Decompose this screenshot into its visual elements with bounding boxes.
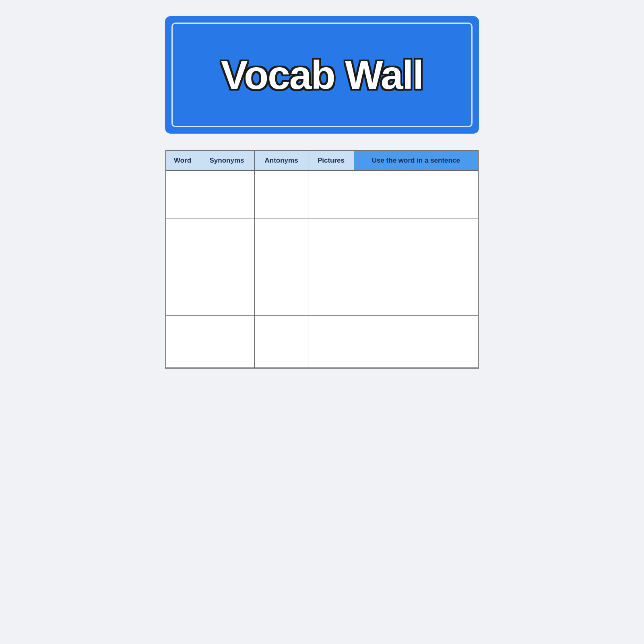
- table-row: [166, 267, 478, 316]
- cell-antonyms-4[interactable]: [254, 316, 308, 368]
- cell-pictures-2[interactable]: [308, 219, 354, 267]
- cell-antonyms-3[interactable]: [254, 267, 308, 316]
- vocab-wall-banner: Vocab Wall: [165, 16, 479, 134]
- vocab-table-container: Word Synonyms Antonyms Pictures Use the …: [165, 150, 479, 369]
- col-header-word: Word: [166, 151, 199, 171]
- cell-word-2[interactable]: [166, 219, 199, 267]
- table-header-row: Word Synonyms Antonyms Pictures Use the …: [166, 151, 478, 171]
- vocab-table: Word Synonyms Antonyms Pictures Use the …: [166, 151, 478, 368]
- table-row: [166, 316, 478, 368]
- cell-sentence-3[interactable]: [354, 267, 478, 316]
- col-header-synonyms: Synonyms: [199, 151, 254, 171]
- col-header-pictures: Pictures: [308, 151, 354, 171]
- cell-synonyms-1[interactable]: [199, 171, 254, 219]
- cell-pictures-1[interactable]: [308, 171, 354, 219]
- banner-title: Vocab Wall: [221, 52, 423, 98]
- cell-sentence-2[interactable]: [354, 219, 478, 267]
- cell-sentence-1[interactable]: [354, 171, 478, 219]
- col-header-sentence: Use the word in a sentence: [354, 151, 478, 171]
- cell-antonyms-1[interactable]: [254, 171, 308, 219]
- cell-word-1[interactable]: [166, 171, 199, 219]
- table-row: [166, 219, 478, 267]
- table-row: [166, 171, 478, 219]
- cell-sentence-4[interactable]: [354, 316, 478, 368]
- cell-pictures-3[interactable]: [308, 267, 354, 316]
- cell-synonyms-2[interactable]: [199, 219, 254, 267]
- cell-word-4[interactable]: [166, 316, 199, 368]
- col-header-antonyms: Antonyms: [254, 151, 308, 171]
- cell-synonyms-3[interactable]: [199, 267, 254, 316]
- cell-antonyms-2[interactable]: [254, 219, 308, 267]
- cell-pictures-4[interactable]: [308, 316, 354, 368]
- cell-synonyms-4[interactable]: [199, 316, 254, 368]
- banner-inner-border: Vocab Wall: [171, 23, 473, 127]
- cell-word-3[interactable]: [166, 267, 199, 316]
